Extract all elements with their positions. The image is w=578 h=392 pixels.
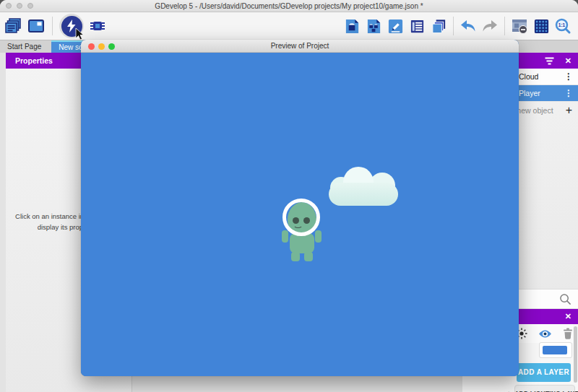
tab-start-page[interactable]: Start Page bbox=[0, 40, 48, 53]
launch-preview-button[interactable] bbox=[59, 14, 84, 38]
open-events-sheet-button[interactable] bbox=[407, 17, 426, 35]
object-groups-icon bbox=[366, 18, 382, 35]
open-objects-editor-button[interactable] bbox=[342, 17, 361, 35]
panel-divider bbox=[131, 376, 132, 392]
toolbar-right-group: 1:1 bbox=[342, 12, 572, 40]
trash-icon[interactable] bbox=[563, 328, 573, 339]
events-list-icon bbox=[409, 18, 426, 35]
object-icon bbox=[344, 18, 361, 35]
layers-scrollbar[interactable] bbox=[574, 326, 577, 383]
filter-icon[interactable] bbox=[545, 56, 554, 66]
close-layers-panel-icon[interactable]: ✕ bbox=[565, 309, 571, 324]
project-manager-icon bbox=[4, 17, 22, 35]
visibility-eye-icon[interactable] bbox=[538, 329, 552, 339]
window-title: GDevelop 5 - /Users/david/Documents/GDev… bbox=[0, 0, 578, 12]
open-object-groups-button[interactable] bbox=[364, 17, 383, 35]
layers-icon bbox=[431, 18, 447, 35]
start-page-button[interactable] bbox=[27, 17, 46, 35]
player-arm bbox=[282, 230, 288, 243]
object-name: Cloud bbox=[519, 72, 538, 81]
more-options-icon[interactable]: ⋮ bbox=[564, 69, 573, 85]
mouse-cursor-icon bbox=[75, 28, 85, 40]
player-sprite bbox=[280, 201, 322, 264]
player-arm bbox=[315, 230, 322, 243]
edit-pencil-icon bbox=[387, 18, 404, 35]
minimize-window-icon[interactable] bbox=[17, 3, 22, 9]
close-preview-icon[interactable] bbox=[88, 43, 95, 50]
toolbar-divider bbox=[52, 17, 53, 35]
toolbar-divider bbox=[453, 17, 454, 35]
toolbar-left-group bbox=[4, 12, 107, 40]
redo-arrow-icon bbox=[481, 17, 499, 35]
undo-arrow-icon bbox=[460, 17, 477, 35]
object-name: Player bbox=[519, 89, 540, 97]
selection-ring bbox=[282, 199, 320, 236]
maximize-preview-icon[interactable] bbox=[108, 43, 115, 50]
player-body bbox=[290, 233, 314, 253]
close-window-icon[interactable] bbox=[6, 3, 12, 9]
plus-icon[interactable]: + bbox=[566, 102, 572, 119]
preview-traffic-lights[interactable] bbox=[88, 43, 115, 50]
toggle-grid-button[interactable] bbox=[532, 17, 551, 35]
window-icon bbox=[27, 17, 45, 35]
minimize-preview-icon[interactable] bbox=[98, 43, 105, 50]
toggle-mask-button[interactable] bbox=[510, 17, 529, 35]
text-selection-highlight bbox=[543, 346, 567, 354]
toolbar-divider bbox=[504, 17, 505, 35]
undo-button[interactable] bbox=[459, 17, 478, 35]
main-titlebar: GDevelop 5 - /Users/david/Documents/GDev… bbox=[0, 0, 578, 12]
open-scene-properties-button[interactable] bbox=[386, 17, 405, 35]
redo-button[interactable] bbox=[480, 17, 499, 35]
open-layers-editor-button[interactable] bbox=[429, 17, 448, 35]
grid-icon bbox=[533, 18, 550, 35]
more-options-icon[interactable]: ⋮ bbox=[564, 85, 573, 102]
cloud-sprite bbox=[329, 167, 398, 206]
plus-icon: + bbox=[506, 388, 512, 392]
debugger-button[interactable] bbox=[88, 17, 107, 35]
preview-title: Preview of Project bbox=[81, 40, 519, 53]
zoom-original-button[interactable]: 1:1 bbox=[553, 17, 572, 35]
main-traffic-lights[interactable] bbox=[6, 3, 33, 9]
properties-panel-title: Properties bbox=[15, 56, 53, 65]
layer-name-input[interactable] bbox=[539, 342, 572, 358]
zoom-1-1-icon: 1:1 bbox=[554, 17, 571, 35]
preview-titlebar[interactable]: Preview of Project bbox=[81, 40, 519, 53]
project-manager-button[interactable] bbox=[4, 17, 22, 35]
mask-frame-icon bbox=[511, 17, 528, 35]
search-icon bbox=[559, 293, 571, 305]
main-toolbar: 1:1 bbox=[0, 12, 578, 40]
maximize-window-icon[interactable] bbox=[27, 3, 33, 9]
gdevelop-window: GDevelop 5 - /Users/david/Documents/GDev… bbox=[0, 0, 578, 392]
add-lighting-layer-button[interactable]: + ADD LIGHTING LAYER bbox=[514, 385, 575, 392]
debugger-chip-icon bbox=[89, 17, 106, 35]
close-objects-panel-icon[interactable]: ✕ bbox=[565, 53, 571, 69]
preview-window: Preview of Project bbox=[81, 40, 519, 376]
zoom-label: 1:1 bbox=[558, 22, 566, 27]
game-canvas[interactable] bbox=[81, 53, 519, 376]
add-layer-button[interactable]: ADD A LAYER bbox=[517, 363, 571, 382]
